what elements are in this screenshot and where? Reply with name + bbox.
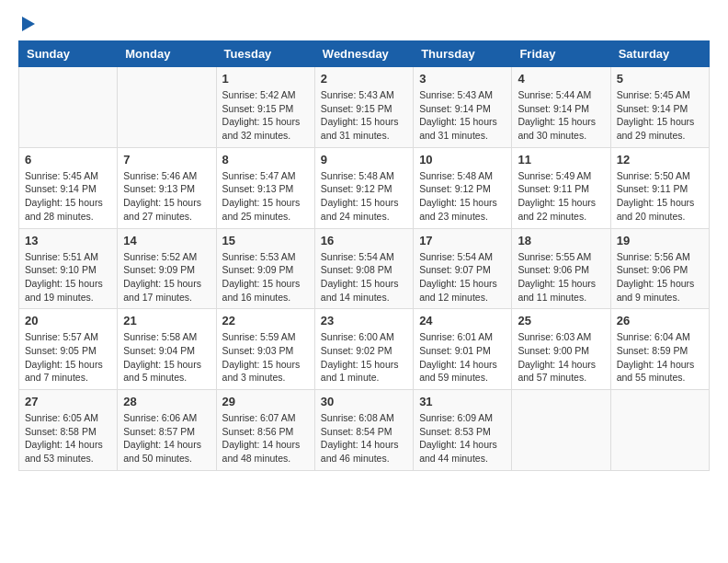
calendar-week-row: 6Sunrise: 5:45 AM Sunset: 9:14 PM Daylig… [19,147,710,228]
day-info: Sunrise: 6:01 AM Sunset: 9:01 PM Dayligh… [419,330,506,385]
calendar-cell: 16Sunrise: 5:54 AM Sunset: 9:08 PM Dayli… [314,228,413,309]
calendar-cell: 1Sunrise: 5:42 AM Sunset: 9:15 PM Daylig… [216,67,314,148]
calendar-table: SundayMondayTuesdayWednesdayThursdayFrid… [18,40,710,471]
calendar-day-header: Thursday [414,41,512,67]
calendar-cell: 29Sunrise: 6:07 AM Sunset: 8:56 PM Dayli… [216,390,314,471]
day-number: 6 [25,153,111,167]
day-info: Sunrise: 6:08 AM Sunset: 8:54 PM Dayligh… [321,411,407,465]
day-number: 11 [518,153,604,167]
page-header [18,18,710,31]
calendar-cell: 21Sunrise: 5:58 AM Sunset: 9:04 PM Dayli… [118,309,216,390]
day-number: 19 [617,234,703,247]
day-info: Sunrise: 6:03 AM Sunset: 9:00 PM Dayligh… [518,330,604,385]
day-number: 25 [518,314,604,327]
calendar-cell: 5Sunrise: 5:45 AM Sunset: 9:14 PM Daylig… [610,67,709,148]
calendar-cell: 27Sunrise: 6:05 AM Sunset: 8:58 PM Dayli… [19,390,118,471]
day-number: 12 [617,153,703,167]
day-info: Sunrise: 5:55 AM Sunset: 9:06 PM Dayligh… [518,250,604,304]
day-number: 2 [321,72,407,86]
day-number: 8 [222,153,309,167]
day-info: Sunrise: 5:54 AM Sunset: 9:07 PM Dayligh… [419,250,506,304]
day-info: Sunrise: 5:50 AM Sunset: 9:11 PM Dayligh… [617,169,703,224]
calendar-cell: 25Sunrise: 6:03 AM Sunset: 9:00 PM Dayli… [512,309,610,390]
calendar-cell: 10Sunrise: 5:48 AM Sunset: 9:12 PM Dayli… [414,147,512,228]
day-number: 3 [419,72,506,86]
day-info: Sunrise: 5:46 AM Sunset: 9:13 PM Dayligh… [123,169,210,224]
calendar-cell [118,67,216,148]
day-number: 24 [419,314,506,327]
calendar-cell: 7Sunrise: 5:46 AM Sunset: 9:13 PM Daylig… [118,147,216,228]
day-number: 7 [123,153,210,167]
calendar-day-header: Monday [118,41,216,67]
calendar-cell: 30Sunrise: 6:08 AM Sunset: 8:54 PM Dayli… [314,390,413,471]
day-number: 21 [123,314,210,327]
calendar-cell: 13Sunrise: 5:51 AM Sunset: 9:10 PM Dayli… [19,228,118,309]
day-number: 1 [222,72,309,86]
day-info: Sunrise: 5:56 AM Sunset: 9:06 PM Dayligh… [617,250,703,304]
day-info: Sunrise: 5:57 AM Sunset: 9:05 PM Dayligh… [25,330,111,385]
day-number: 14 [123,234,210,247]
day-number: 18 [518,234,604,247]
day-info: Sunrise: 6:06 AM Sunset: 8:57 PM Dayligh… [123,411,210,465]
calendar-cell: 14Sunrise: 5:52 AM Sunset: 9:09 PM Dayli… [118,228,216,309]
calendar-day-header: Saturday [610,41,709,67]
calendar-cell: 31Sunrise: 6:09 AM Sunset: 8:53 PM Dayli… [414,390,512,471]
day-info: Sunrise: 5:48 AM Sunset: 9:12 PM Dayligh… [419,169,506,224]
day-info: Sunrise: 6:09 AM Sunset: 8:53 PM Dayligh… [419,411,506,465]
day-info: Sunrise: 5:42 AM Sunset: 9:15 PM Dayligh… [222,88,309,143]
day-number: 15 [222,234,309,247]
day-info: Sunrise: 5:59 AM Sunset: 9:03 PM Dayligh… [222,330,309,385]
calendar-week-row: 13Sunrise: 5:51 AM Sunset: 9:10 PM Dayli… [19,228,710,309]
calendar-cell [512,390,610,471]
calendar-day-header: Friday [512,41,610,67]
day-info: Sunrise: 5:53 AM Sunset: 9:09 PM Dayligh… [222,250,309,304]
day-info: Sunrise: 5:49 AM Sunset: 9:11 PM Dayligh… [518,169,604,224]
calendar-cell: 23Sunrise: 6:00 AM Sunset: 9:02 PM Dayli… [314,309,413,390]
day-info: Sunrise: 5:52 AM Sunset: 9:09 PM Dayligh… [123,250,210,304]
day-info: Sunrise: 5:44 AM Sunset: 9:14 PM Dayligh… [518,88,604,143]
calendar-day-header: Tuesday [216,41,314,67]
day-number: 9 [321,153,407,167]
logo [18,18,35,31]
day-info: Sunrise: 6:04 AM Sunset: 8:59 PM Dayligh… [617,330,703,385]
day-number: 22 [222,314,309,327]
day-number: 17 [419,234,506,247]
day-number: 10 [419,153,506,167]
calendar-cell: 24Sunrise: 6:01 AM Sunset: 9:01 PM Dayli… [414,309,512,390]
calendar-cell: 15Sunrise: 5:53 AM Sunset: 9:09 PM Dayli… [216,228,314,309]
day-number: 4 [518,72,604,86]
day-number: 13 [25,234,111,247]
calendar-cell [19,67,118,148]
calendar-cell: 9Sunrise: 5:48 AM Sunset: 9:12 PM Daylig… [314,147,413,228]
logo-arrow-icon [22,17,35,31]
day-number: 28 [123,395,210,408]
calendar-day-header: Wednesday [314,41,413,67]
calendar-cell: 8Sunrise: 5:47 AM Sunset: 9:13 PM Daylig… [216,147,314,228]
calendar-cell: 3Sunrise: 5:43 AM Sunset: 9:14 PM Daylig… [414,67,512,148]
calendar-cell: 26Sunrise: 6:04 AM Sunset: 8:59 PM Dayli… [610,309,709,390]
day-info: Sunrise: 5:43 AM Sunset: 9:15 PM Dayligh… [321,88,407,143]
calendar-header-row: SundayMondayTuesdayWednesdayThursdayFrid… [19,41,710,67]
calendar-cell: 12Sunrise: 5:50 AM Sunset: 9:11 PM Dayli… [610,147,709,228]
day-number: 27 [25,395,111,408]
calendar-cell: 6Sunrise: 5:45 AM Sunset: 9:14 PM Daylig… [19,147,118,228]
calendar-day-header: Sunday [19,41,118,67]
day-number: 23 [321,314,407,327]
day-info: Sunrise: 5:45 AM Sunset: 9:14 PM Dayligh… [617,88,703,143]
calendar-cell: 28Sunrise: 6:06 AM Sunset: 8:57 PM Dayli… [118,390,216,471]
calendar-week-row: 1Sunrise: 5:42 AM Sunset: 9:15 PM Daylig… [19,67,710,148]
day-number: 26 [617,314,703,327]
calendar-cell: 20Sunrise: 5:57 AM Sunset: 9:05 PM Dayli… [19,309,118,390]
day-number: 29 [222,395,309,408]
day-info: Sunrise: 6:00 AM Sunset: 9:02 PM Dayligh… [321,330,407,385]
calendar-cell: 11Sunrise: 5:49 AM Sunset: 9:11 PM Dayli… [512,147,610,228]
day-info: Sunrise: 5:47 AM Sunset: 9:13 PM Dayligh… [222,169,309,224]
day-number: 20 [25,314,111,327]
calendar-week-row: 20Sunrise: 5:57 AM Sunset: 9:05 PM Dayli… [19,309,710,390]
day-number: 30 [321,395,407,408]
day-info: Sunrise: 5:51 AM Sunset: 9:10 PM Dayligh… [25,250,111,304]
calendar-cell: 17Sunrise: 5:54 AM Sunset: 9:07 PM Dayli… [414,228,512,309]
day-number: 16 [321,234,407,247]
calendar-cell: 22Sunrise: 5:59 AM Sunset: 9:03 PM Dayli… [216,309,314,390]
calendar-cell [610,390,709,471]
